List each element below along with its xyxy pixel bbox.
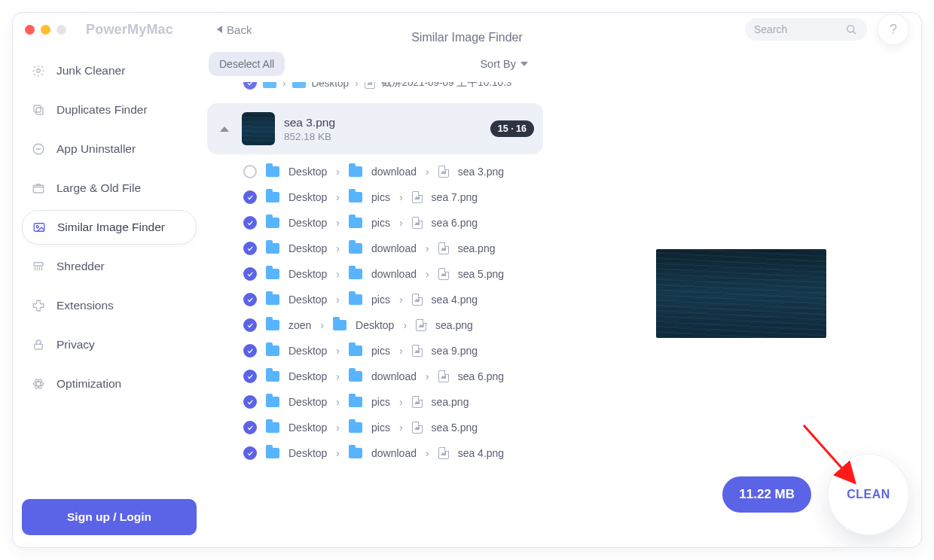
- sidebar-item-label: Extensions: [56, 299, 114, 312]
- path-segment: Desktop: [312, 82, 349, 89]
- folder-icon: [349, 269, 362, 279]
- lock-icon: [31, 337, 46, 352]
- login-label: Sign up / Login: [67, 510, 151, 524]
- breadcrumb-separator: ›: [355, 82, 359, 89]
- breadcrumb-separator: ›: [426, 370, 429, 382]
- list-item[interactable]: Desktop›pics›sea 6.png: [206, 210, 548, 236]
- sidebar-item-optimization[interactable]: Optimization: [22, 367, 197, 401]
- sidebar-item-extensions[interactable]: Extensions: [22, 288, 197, 323]
- back-label: Back: [227, 23, 252, 36]
- page-title: Similar Image Finder: [411, 31, 523, 44]
- list-item[interactable]: Desktop›pics›sea 4.png: [206, 287, 548, 312]
- clean-button[interactable]: CLEAN: [828, 454, 909, 535]
- row-checkbox[interactable]: [243, 318, 257, 332]
- gear-icon: [31, 63, 46, 78]
- path-segment: Desktop: [288, 396, 327, 408]
- group-thumbnail: [242, 112, 275, 145]
- file-list: › Desktop › 截屏2021-09-09 上午10.10.3: [206, 82, 548, 547]
- shredder-icon: [31, 259, 46, 274]
- svg-point-8: [36, 226, 38, 228]
- list-item[interactable]: Desktop›pics›sea 5.png: [206, 415, 548, 440]
- sidebar-item-label: Shredder: [56, 260, 105, 273]
- close-window-icon[interactable]: [25, 25, 35, 35]
- app-window: PowerMyMac Back Similar Image Finder Sea…: [12, 12, 922, 548]
- list-item[interactable]: Desktop›download›sea 5.png: [206, 261, 548, 287]
- rows-container: Desktop›download›sea 3.pngDesktop›pics›s…: [206, 159, 548, 466]
- row-checkbox[interactable]: [243, 446, 257, 460]
- row-checkbox[interactable]: [243, 216, 257, 230]
- sidebar-item-similar-image-finder[interactable]: Similar Image Finder: [22, 210, 197, 245]
- list-item[interactable]: Desktop›download›sea 6.png: [206, 364, 548, 389]
- image-icon: [32, 220, 47, 235]
- folder-icon: [266, 371, 279, 382]
- row-checkbox[interactable]: [243, 267, 257, 281]
- breadcrumb-separator: ›: [282, 82, 286, 89]
- list-item[interactable]: Desktop›download›sea 4.png: [206, 440, 548, 466]
- list-item[interactable]: Desktop›pics›sea 9.png: [206, 338, 548, 364]
- folder-icon: [266, 218, 279, 228]
- row-checkbox[interactable]: [243, 370, 257, 383]
- login-button[interactable]: Sign up / Login: [22, 499, 197, 535]
- path-segment: download: [371, 268, 417, 280]
- path-segment: Desktop: [288, 447, 327, 459]
- body: Junk Cleaner Duplicates Finder App Unins…: [13, 46, 921, 547]
- sidebar-item-junk-cleaner[interactable]: Junk Cleaner: [22, 53, 197, 88]
- chevron-up-icon: [220, 126, 229, 132]
- file-name: sea 6.png: [432, 217, 478, 229]
- row-checkbox[interactable]: [243, 190, 257, 204]
- minimize-window-icon[interactable]: [41, 25, 50, 35]
- folder-icon: [266, 422, 279, 433]
- list-column: Deselect All Sort By: [206, 46, 548, 547]
- main: Deselect All Sort By: [206, 46, 921, 547]
- list-item[interactable]: › Desktop › 截屏2021-09-09 上午10.10.3: [206, 82, 548, 96]
- folder-icon: [349, 371, 362, 382]
- back-button[interactable]: Back: [217, 23, 252, 36]
- list-item[interactable]: Desktop›download›sea.png: [206, 236, 548, 261]
- deselect-all-button[interactable]: Deselect All: [209, 52, 285, 76]
- list-item[interactable]: Desktop›pics›sea.png: [206, 389, 548, 415]
- path-segment: Desktop: [288, 217, 327, 229]
- folder-icon: [349, 243, 362, 254]
- row-checkbox[interactable]: [243, 344, 257, 358]
- row-checkbox[interactable]: [243, 82, 257, 90]
- row-checkbox[interactable]: [243, 421, 257, 434]
- list-item[interactable]: Desktop›pics›sea 7.png: [206, 184, 548, 210]
- file-name: sea 4.png: [458, 447, 505, 459]
- breadcrumb-separator: ›: [403, 319, 407, 331]
- sidebar-item-privacy[interactable]: Privacy: [22, 327, 197, 362]
- folder-icon: [266, 294, 279, 305]
- sidebar-item-label: Large & Old File: [56, 181, 141, 195]
- breadcrumb-separator: ›: [399, 294, 403, 306]
- image-file-icon: [438, 166, 449, 178]
- svg-rect-4: [36, 108, 43, 114]
- sort-by-dropdown[interactable]: Sort By: [480, 58, 548, 70]
- chevron-down-icon: [520, 62, 528, 66]
- list-item[interactable]: zoen›Desktop›sea.png: [206, 312, 548, 338]
- row-checkbox[interactable]: [243, 165, 257, 178]
- breadcrumb-separator: ›: [399, 217, 403, 229]
- path-segment: download: [371, 370, 417, 382]
- row-checkbox[interactable]: [243, 395, 257, 409]
- action-bar: 11.22 MB CLEAN: [722, 454, 909, 535]
- group-header[interactable]: sea 3.png 852.18 KB 15 · 16: [207, 103, 543, 154]
- file-name: sea 4.png: [432, 294, 478, 306]
- sidebar-item-duplicates-finder[interactable]: Duplicates Finder: [22, 93, 197, 127]
- sortby-label: Sort By: [480, 58, 516, 70]
- sidebar-item-large-old-file[interactable]: Large & Old File: [22, 171, 197, 205]
- image-file-icon: [438, 370, 449, 382]
- row-checkbox[interactable]: [243, 242, 257, 255]
- list-item[interactable]: Desktop›download›sea 3.png: [206, 159, 548, 184]
- help-button[interactable]: ?: [878, 14, 909, 45]
- search-input[interactable]: Search: [745, 18, 867, 41]
- collapse-toggle[interactable]: [216, 120, 233, 137]
- breadcrumb-separator: ›: [336, 422, 340, 434]
- sidebar-item-app-uninstaller[interactable]: App Uninstaller: [22, 132, 197, 166]
- file-name: 截屏2021-09-09 上午10.10.3: [381, 82, 512, 90]
- breadcrumb-separator: ›: [426, 242, 429, 254]
- folder-icon: [349, 397, 362, 407]
- folder-icon: [266, 448, 279, 458]
- row-checkbox[interactable]: [243, 293, 257, 306]
- zoom-window-icon[interactable]: [56, 25, 66, 35]
- sidebar-item-shredder[interactable]: Shredder: [22, 249, 197, 284]
- folder-icon: [266, 192, 279, 202]
